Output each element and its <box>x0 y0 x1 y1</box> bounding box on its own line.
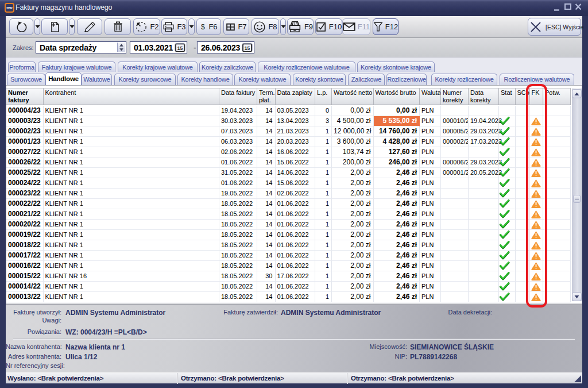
svg-text:$: $ <box>202 23 206 31</box>
svg-text:15: 15 <box>177 45 183 51</box>
svg-text:15: 15 <box>245 45 250 51</box>
